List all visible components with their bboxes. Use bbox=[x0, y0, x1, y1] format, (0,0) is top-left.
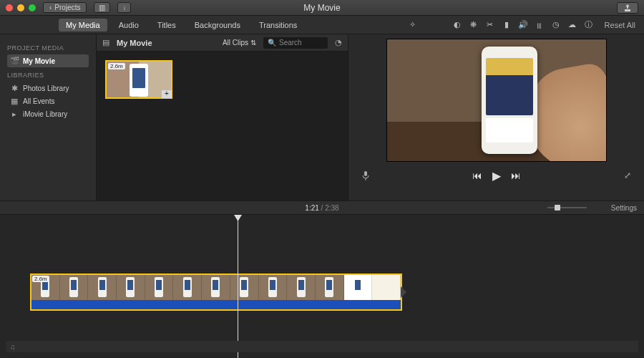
sidebar-header-project: PROJECT MEDIA bbox=[7, 44, 89, 52]
sidebar-item-label: All Events bbox=[23, 97, 54, 105]
frame-thumb bbox=[230, 275, 259, 300]
enhance-wand-icon[interactable]: ✧ bbox=[408, 20, 418, 30]
back-label: Projects bbox=[54, 4, 80, 11]
timeline-clip[interactable]: 2.6m bbox=[30, 274, 402, 311]
sidebar-item-project[interactable]: 🎬 My Movie bbox=[7, 54, 89, 67]
viewer-panel: ⏮ ▶ ⏭ ⤢ bbox=[348, 34, 644, 200]
sidebar: PROJECT MEDIA 🎬 My Movie LIBRARIES ✱ Pho… bbox=[0, 34, 97, 200]
chevron-left-icon: ‹ bbox=[49, 4, 52, 11]
upper-workspace: PROJECT MEDIA 🎬 My Movie LIBRARIES ✱ Pho… bbox=[0, 34, 644, 200]
video-preview[interactable] bbox=[386, 39, 607, 162]
frame-thumb bbox=[316, 275, 344, 300]
frame-thumb bbox=[88, 275, 117, 300]
color-correction-icon[interactable]: ❋ bbox=[469, 20, 479, 30]
fullscreen-window-button[interactable] bbox=[29, 4, 36, 11]
search-icon: 🔍 bbox=[268, 39, 276, 47]
timeline[interactable]: 2.6m ♫ bbox=[0, 215, 644, 358]
playhead[interactable] bbox=[238, 215, 238, 358]
clips-filter-label: All Clips bbox=[223, 39, 248, 47]
frame-thumb bbox=[145, 275, 174, 300]
timecode-toggle-icon[interactable]: ◔ bbox=[335, 38, 342, 47]
grid-icon: ▥ bbox=[99, 4, 105, 11]
clips-filter-dropdown[interactable]: All Clips ⇅ bbox=[223, 39, 256, 47]
info-icon[interactable]: ⓘ bbox=[584, 20, 594, 30]
window-controls bbox=[6, 4, 36, 11]
sidebar-item-all-events[interactable]: ▦ All Events bbox=[7, 95, 89, 107]
preview-phone bbox=[482, 47, 537, 154]
clapper-icon: 🎬 bbox=[10, 57, 19, 65]
import-button[interactable]: ↓ bbox=[117, 2, 131, 13]
clip-duration-badge: 2.6m bbox=[108, 63, 125, 69]
browser-project-name: My Movie bbox=[117, 39, 152, 47]
grid-icon: ▦ bbox=[10, 97, 19, 105]
next-frame-button[interactable]: ⏭ bbox=[511, 170, 521, 181]
chevron-updown-icon: ⇅ bbox=[250, 39, 256, 47]
clip-audio-track[interactable] bbox=[31, 300, 401, 309]
noise-equalizer-icon[interactable]: ⫼ bbox=[535, 20, 545, 30]
voiceover-mic-button[interactable] bbox=[361, 170, 370, 180]
clip-thumbnail[interactable]: 2.6m + bbox=[105, 60, 172, 99]
fullscreen-button[interactable]: ⤢ bbox=[624, 170, 631, 180]
frame-thumb bbox=[173, 275, 202, 300]
sidebar-item-label: My Movie bbox=[23, 57, 55, 65]
tab-backgrounds[interactable]: Backgrounds bbox=[187, 19, 248, 32]
play-button[interactable]: ▶ bbox=[492, 169, 501, 183]
list-view-icon[interactable]: ▤ bbox=[102, 38, 109, 47]
window-title: My Movie bbox=[303, 3, 340, 13]
top-tabs-row: My Media Audio Titles Backgrounds Transi… bbox=[0, 16, 644, 34]
tab-audio[interactable]: Audio bbox=[112, 19, 146, 32]
time-ruler: 1:21 / 2:38 Settings bbox=[0, 200, 644, 215]
flower-icon: ✱ bbox=[10, 84, 19, 92]
tab-titles[interactable]: Titles bbox=[150, 19, 183, 32]
sidebar-item-photos[interactable]: ✱ Photos Library bbox=[7, 82, 89, 95]
frame-thumb bbox=[60, 275, 89, 300]
prev-frame-button[interactable]: ⏮ bbox=[472, 170, 482, 181]
speed-icon[interactable]: ◷ bbox=[551, 20, 561, 30]
viewer-toolbar: ✧ ◐ ❋ ✂ ▮ 🔊 ⫼ ◷ ☁ ⓘ Reset All bbox=[408, 20, 635, 30]
add-clip-button[interactable]: + bbox=[162, 90, 172, 98]
volume-icon[interactable]: 🔊 bbox=[518, 20, 528, 30]
download-arrow-icon: ↓ bbox=[122, 4, 126, 11]
sidebar-item-label: iMovie Library bbox=[23, 110, 67, 118]
filmstrip: 2.6m bbox=[31, 275, 401, 300]
disclosure-triangle-icon: ▸ bbox=[10, 110, 19, 118]
library-view-button[interactable]: ▥ bbox=[94, 2, 110, 13]
share-button[interactable] bbox=[617, 2, 638, 14]
frame-thumb bbox=[287, 275, 316, 300]
frame-thumb bbox=[372, 275, 401, 300]
music-note-icon: ♫ bbox=[10, 343, 16, 351]
frame-thumb bbox=[259, 275, 288, 300]
sidebar-item-label: Photos Library bbox=[23, 84, 69, 92]
back-to-projects-button[interactable]: ‹ Projects bbox=[43, 2, 87, 13]
frame-thumb bbox=[117, 275, 145, 300]
total-time: 2:38 bbox=[325, 204, 338, 212]
transport-controls: ⏮ ▶ ⏭ ⤢ bbox=[357, 165, 635, 186]
search-input[interactable]: 🔍 Search bbox=[263, 37, 328, 49]
share-icon bbox=[623, 4, 632, 12]
clip-preview-image bbox=[130, 64, 148, 97]
tab-transitions[interactable]: Transitions bbox=[252, 19, 304, 32]
close-window-button[interactable] bbox=[6, 4, 13, 11]
current-time: 1:21 bbox=[305, 204, 318, 212]
sidebar-header-libraries: LIBRARIES bbox=[7, 72, 89, 79]
minimize-window-button[interactable] bbox=[17, 4, 24, 11]
titlebar: ‹ Projects ▥ ↓ My Movie bbox=[0, 0, 644, 16]
frame-thumb bbox=[202, 275, 230, 300]
tab-my-media[interactable]: My Media bbox=[59, 19, 107, 32]
timeline-clip-duration-badge: 2.6m bbox=[32, 276, 49, 282]
zoom-slider[interactable] bbox=[547, 207, 587, 208]
settings-button[interactable]: Settings bbox=[611, 204, 637, 212]
color-balance-icon[interactable]: ◐ bbox=[452, 20, 462, 30]
stabilization-icon[interactable]: ▮ bbox=[502, 20, 512, 30]
sidebar-item-imovie-library[interactable]: ▸ iMovie Library bbox=[7, 107, 89, 120]
filter-icon[interactable]: ☁ bbox=[567, 20, 577, 30]
reset-all-button[interactable]: Reset All bbox=[605, 21, 635, 29]
frame-thumb bbox=[344, 275, 373, 300]
crop-icon[interactable]: ✂ bbox=[485, 20, 495, 30]
background-music-track[interactable]: ♫ bbox=[6, 341, 638, 352]
time-display: 1:21 / 2:38 bbox=[305, 204, 338, 212]
media-browser: ▤ My Movie All Clips ⇅ 🔍 Search ◔ 2.6m + bbox=[97, 34, 348, 200]
search-placeholder: Search bbox=[279, 39, 302, 47]
svg-rect-0 bbox=[364, 171, 367, 176]
browser-toolbar: ▤ My Movie All Clips ⇅ 🔍 Search ◔ bbox=[97, 34, 348, 52]
